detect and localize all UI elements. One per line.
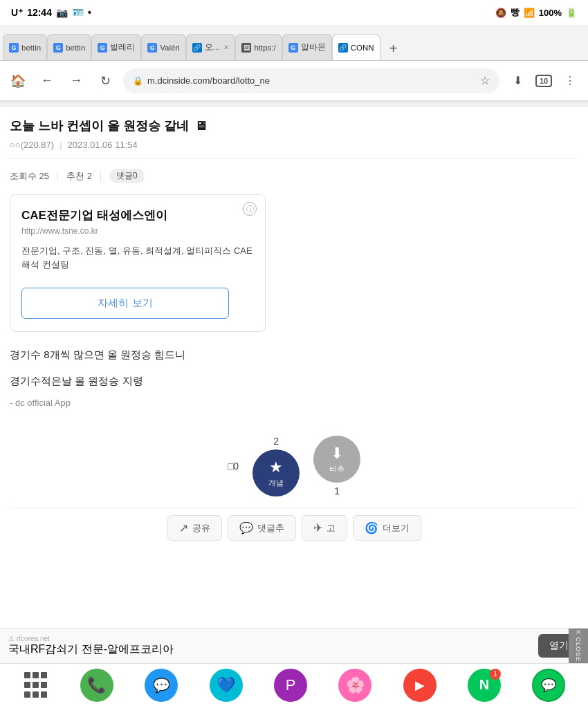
share-label: 공유 — [192, 522, 210, 535]
grid-dot — [33, 672, 39, 678]
bookmark-star-icon[interactable]: ☆ — [480, 74, 490, 87]
grid-dot — [24, 682, 30, 688]
status-wifi-icon: 빵 — [511, 6, 520, 19]
post-title-icon: 🖥 — [194, 119, 207, 133]
menu-button[interactable]: ⋮ — [559, 70, 581, 92]
meta-separator: | — [59, 140, 62, 150]
status-battery: 100% — [539, 8, 562, 18]
tab-favicon-6: 🖼 — [241, 43, 251, 53]
ad-box: ⓘ CAE전문기업 태성에스엔이 http://www.tsne.co.kr 전… — [10, 194, 266, 332]
status-left: U⁺ 12:44 📷 🪪 • — [11, 7, 91, 18]
tab-bettina1[interactable]: G bettin — [3, 34, 47, 60]
bottom-ad-info: ⚠ rfcorea.net 국내RF감쇠기 전문-알에프코리아 — [8, 635, 531, 657]
ad-url[interactable]: http://www.tsne.co.kr — [21, 226, 254, 236]
vote-down-button[interactable]: ⬇ 비추 — [313, 436, 360, 483]
vote-up-sub-text: □0 — [228, 461, 239, 472]
status-battery-icon: 🔋 — [566, 8, 577, 18]
purple-app-button[interactable]: P — [274, 669, 307, 702]
comment-button[interactable]: 💬 댓글추 — [228, 515, 296, 541]
back-button[interactable]: ← — [36, 70, 58, 92]
tab-close-5[interactable]: ✕ — [223, 44, 229, 51]
grid-dot — [41, 691, 47, 698]
vote-up-button[interactable]: ★ 개념 — [252, 449, 300, 496]
vote-down-group: ⬇ 비추 1 — [313, 436, 360, 496]
bottom-ad-warning: ⚠ rfcorea.net — [8, 635, 531, 642]
tabs-bar: G bettin G bettin G 발레리 G Valéri 🔗 오... … — [0, 25, 588, 61]
tab-label-6: https:/ — [254, 44, 275, 52]
nav-dock: 📞 💬 💙 P 🌸 ▶ N 1 💬 — [0, 663, 588, 706]
post-author: ○○(220.87) — [10, 140, 54, 150]
status-dot-icon: • — [88, 7, 91, 18]
tab-valeri[interactable]: G Valéri — [141, 34, 186, 60]
page-divider — [0, 101, 588, 106]
comment-icon: 💬 — [239, 521, 253, 535]
vote-up-number: 2 — [273, 436, 279, 447]
vote-down-label: 비추 — [329, 464, 344, 474]
tab-o[interactable]: 🔗 오... ✕ — [186, 34, 236, 60]
tab-balery[interactable]: G 발레리 — [91, 34, 141, 60]
tab-label-2: bettin — [66, 44, 85, 52]
tab-albamon[interactable]: G 알바몬 — [282, 34, 332, 60]
bottom-ad-source: rfcorea.net — [17, 635, 50, 642]
warning-icon: ⚠ — [8, 635, 15, 642]
ad-detail-button[interactable]: 자세히 보기 — [21, 288, 229, 319]
go-icon: ✈ — [313, 521, 322, 535]
grid-dot — [33, 691, 39, 698]
ad-info-icon[interactable]: ⓘ — [243, 202, 257, 216]
status-carrier: U⁺ — [11, 7, 23, 18]
grid-dot — [41, 672, 47, 678]
tab-count-button[interactable]: 10 — [533, 70, 555, 92]
post-stats: 조회수 25 추천 2 댓글0 — [10, 169, 578, 183]
phone-icon: 📞 — [87, 676, 106, 694]
line-app-button[interactable]: 💬 — [532, 669, 565, 702]
pink-app-button[interactable]: 🌸 — [338, 669, 371, 702]
app-drawer-button[interactable] — [23, 672, 49, 698]
post-container: 오늘 느바 컨셉이 올 원정승 같네 🖥 ○○(220.87) | 2023.0… — [0, 106, 588, 548]
comment-badge[interactable]: 댓글0 — [109, 169, 145, 183]
home-button[interactable]: 🏠 — [7, 70, 29, 92]
forward-button[interactable]: → — [65, 70, 87, 92]
url-box[interactable]: 🔒 m.dcinside.com/board/lotto_ne ☆ — [123, 68, 499, 93]
ad-company-name: CAE전문기업 태성에스엔이 — [21, 207, 254, 223]
tab-label-1: bettin — [21, 44, 41, 52]
star-icon: ★ — [269, 458, 283, 476]
tab-conn[interactable]: 🔗 CONN — [332, 34, 380, 60]
bottom-ad-banner: ⚠ rfcorea.net 국내RF감쇠기 전문-알에프코리아 열기 X CLO… — [0, 628, 588, 663]
vote-up-sub-count: □0 — [228, 461, 239, 472]
tab-label-7: 알바몬 — [301, 42, 326, 53]
vote-up-group: 2 ★ 개념 — [252, 436, 300, 496]
url-text: m.dcinside.com/board/lotto_ne — [147, 75, 476, 86]
reload-button[interactable]: ↻ — [94, 70, 116, 92]
tab-bettina2[interactable]: G bettin — [47, 34, 91, 60]
tab-https[interactable]: 🖼 https:/ — [235, 34, 282, 60]
status-bar: U⁺ 12:44 📷 🪪 • 🔕 빵 📶 100% 🔋 — [0, 0, 588, 25]
more-button[interactable]: 🌀 더보기 — [353, 515, 421, 541]
phone-app-button[interactable]: 📞 — [80, 669, 113, 702]
go-label: 고 — [327, 522, 336, 535]
tab-label-5: 오... — [205, 42, 220, 53]
address-bar: 🏠 ← → ↻ 🔒 m.dcinside.com/board/lotto_ne … — [0, 61, 588, 101]
tab-favicon-4: G — [147, 43, 157, 53]
sarang-app-button[interactable]: 💙 — [210, 669, 243, 702]
post-title: 오늘 느바 컨셉이 올 원정승 같네 🖥 — [10, 118, 578, 134]
tab-label-3: 발레리 — [110, 42, 135, 53]
new-tab-button[interactable]: + — [382, 37, 405, 60]
status-screenshot-icon: 📷 — [56, 7, 68, 18]
share-button[interactable]: ↗ 공유 — [167, 515, 222, 541]
post-body-2: 경기수적은날 올 원정승 지령 — [10, 372, 578, 390]
bottom-ad-close-button[interactable]: X CLOSE — [569, 629, 588, 663]
vote-section: □0 2 ★ 개념 ⬇ 비추 1 — [10, 422, 578, 508]
tab-label-8: CONN — [351, 44, 374, 52]
tab-favicon-8: 🔗 — [338, 43, 348, 53]
naver-n-button[interactable]: N 1 — [468, 669, 501, 702]
red-app-button[interactable]: ▶ — [403, 669, 437, 702]
post-body-1: 경기수 8개씩 많으면 올 원정승 힘드니 — [10, 346, 578, 364]
purple-icon: P — [286, 676, 296, 694]
download-button[interactable]: ⬇ — [506, 70, 529, 92]
go-button[interactable]: ✈ 고 — [302, 515, 347, 541]
messages-app-button[interactable]: 💬 — [145, 669, 178, 702]
tab-favicon-5: 🔗 — [192, 43, 202, 53]
tab-favicon-1: G — [9, 43, 19, 53]
tab-favicon-7: G — [288, 43, 298, 53]
stats-sep2 — [100, 171, 101, 181]
